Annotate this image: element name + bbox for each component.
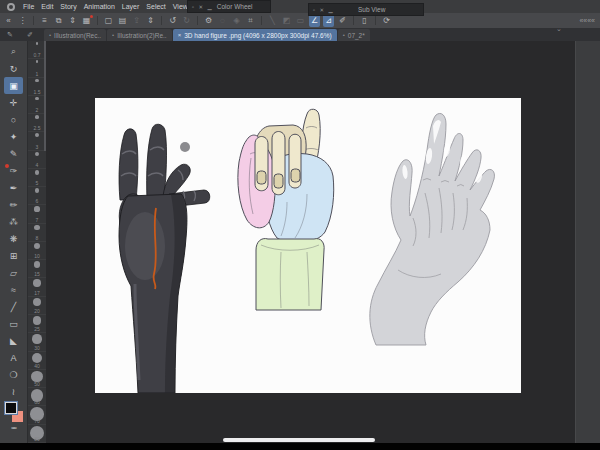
canvas-viewport[interactable] [46,41,575,443]
crop-marks-icon[interactable]: ⌗ [245,14,256,27]
snap-frame-icon[interactable]: ▭ [295,14,306,27]
transparent-color-icon[interactable]: ≈≈ [11,425,16,431]
brush-size-5[interactable]: 5 [28,169,46,187]
tool-object[interactable]: ▣ [4,77,23,94]
tab-label: Illustration(2)Re.. [117,32,167,39]
tool-move[interactable]: ✛ [4,94,23,111]
collapse-right-chevrons[interactable]: «««« [579,17,597,24]
tool-figure[interactable]: ▭ [4,315,23,332]
document-tab[interactable]: •Illustration(2)Re.. [107,29,172,41]
size-toggle-icon[interactable]: ⇕ [67,14,78,27]
tab-modified-dot: • [112,32,114,38]
brush-size-dot [32,334,41,343]
tool-rotate-view[interactable]: ↻ [4,60,23,77]
tool-frame-border[interactable]: ⊞ [4,247,23,264]
document-tab[interactable]: ×3D hand figure .png (4096 x 2800px 300d… [173,29,337,41]
tool-eyedropper[interactable]: ✎ [4,145,23,162]
export-icon[interactable]: ⇪ [131,14,142,27]
tool-blend[interactable]: ≈ [4,281,23,298]
brush-size-6[interactable]: 6 [28,187,46,205]
brush-size-50[interactable]: 50 [28,370,46,388]
tool-marker[interactable]: ✑ [4,162,23,179]
main-menu-icon[interactable]: ≡ [39,14,50,27]
brush-size-20[interactable]: 20 [28,297,46,315]
tool-property-icon[interactable]: ⧉ [53,14,64,27]
workspace-collapse-icon[interactable]: « [3,14,14,27]
document-canvas[interactable] [95,98,521,393]
foreground-color-swatch[interactable] [5,402,17,414]
brush-size-60[interactable]: 60 [28,388,46,406]
tab-close-icon[interactable]: × [178,32,182,38]
tab-modified-dot: • [49,32,51,38]
menu-item-story[interactable]: Story [60,0,76,13]
tool-magic-wand[interactable]: ✦ [4,128,23,145]
undo-icon[interactable]: ↺ [167,14,178,27]
document-tab-bar: ✎✐ •Illustration(Rec..•Illustration(2)Re… [0,28,600,41]
deselect-icon[interactable]: ◌ [217,14,228,27]
settings-gear-icon[interactable]: ⚙ [203,14,214,27]
brush-size-4[interactable]: 4 [28,151,46,169]
open-file-icon[interactable]: ▤ [117,14,128,27]
brush-size-7[interactable]: 7 [28,205,46,223]
tab-overflow-chevron-icon[interactable]: ⌄ [556,25,562,33]
move-icon: ✛ [10,98,18,108]
marker-icon: ✑ [10,166,18,176]
tool-fill[interactable]: ◣ [4,332,23,349]
brush-size-70[interactable]: 70 [28,406,46,424]
brush-palette-scrollbar[interactable] [44,41,46,151]
zoom-steps-icon[interactable]: ⇕ [145,14,156,27]
brush-size-17[interactable]: 17 [28,278,46,296]
tool-eraser[interactable]: ▱ [4,264,23,281]
brush-size-8[interactable]: 8 [28,224,46,242]
brush-size-30[interactable]: 30 [28,333,46,351]
right-panel-dock[interactable] [575,41,600,443]
new-file-icon[interactable]: ▢ [103,14,114,27]
sub-view-panel-titlebar[interactable]: ▫ ✕ ▁ Sub View [308,3,424,16]
menu-item-layer[interactable]: Layer [122,0,140,13]
menu-item-edit[interactable]: Edit [41,0,53,13]
tool-zoom[interactable]: ⌕ [4,43,23,60]
menu-item-select[interactable]: Select [146,0,165,13]
horizontal-scrollbar[interactable] [223,438,375,442]
brush-size-label: 4 [28,162,46,168]
toolbar-separator [197,16,198,25]
brush-size-80[interactable]: 80 [28,425,46,443]
document-tab[interactable]: •07_2* [338,29,370,41]
menu-item-file[interactable]: File [23,0,34,13]
select-layer-icon[interactable]: ◈ [231,14,242,27]
redo-icon[interactable]: ↻ [181,14,192,27]
app-logo-icon[interactable] [7,3,15,11]
tool-correction-line[interactable]: ≀ [4,383,23,400]
menu-item-view[interactable]: View [173,0,188,13]
color-wheel-panel-titlebar[interactable]: ▫ ✕ ▁ Color Wheel [187,0,271,13]
tool-line[interactable]: ╱ [4,298,23,315]
text-icon: A [10,353,16,363]
tabs-container: •Illustration(Rec..•Illustration(2)Re..×… [44,29,371,41]
tool-text[interactable]: A [4,349,23,366]
toolbar-separator [353,16,354,25]
brush-size-25[interactable]: 25 [28,315,46,333]
tool-decoration[interactable]: ❋ [4,230,23,247]
menu-item-animation[interactable]: Animation [84,0,115,13]
zoom-icon: ⌕ [11,46,16,57]
tool-airbrush[interactable]: ⁂ [4,213,23,230]
tool-pen[interactable]: ✒ [4,179,23,196]
panel-handle-icon[interactable]: ⋮ [17,14,28,27]
tool-pencil[interactable]: ✏ [4,196,23,213]
brush-size-15[interactable]: 15 [28,260,46,278]
brush-size-10[interactable]: 10 [28,242,46,260]
brush-size-40[interactable]: 40 [28,352,46,370]
brush-size-dot [34,206,39,211]
canvas-alert-icon[interactable]: ▦ [81,14,92,27]
snap-gradient-icon[interactable]: ◩ [281,14,292,27]
brush-size-dot [35,115,39,119]
quick-tool-icon-1[interactable]: ✎ [7,31,13,39]
tool-lasso[interactable]: ○ [4,111,23,128]
tool-balloon[interactable]: ❍ [4,366,23,383]
panel-window-buttons[interactable]: ▫ ✕ ▁ [192,4,213,10]
quick-tool-icon-2[interactable]: ✐ [27,31,33,39]
manipulator-dot[interactable] [180,142,190,152]
snap-line-icon[interactable]: ╲ [267,14,278,27]
document-tab[interactable]: •Illustration(Rec.. [44,29,106,41]
panel-window-buttons[interactable]: ▫ ✕ ▁ [313,7,334,13]
